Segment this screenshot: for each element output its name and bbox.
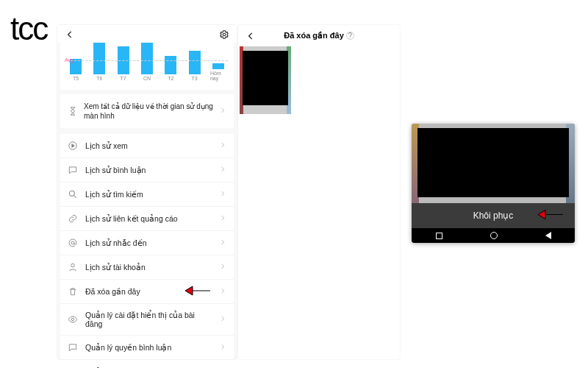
- menu-item-label: Lịch sử xem: [85, 141, 212, 150]
- menu-item-label: Lịch sử tài khoản: [85, 263, 212, 272]
- menu-item-trash[interactable]: Đã xóa gần đây: [60, 280, 234, 304]
- menu-item-label: Lịch sử bình luận: [85, 166, 212, 174]
- chevron-right-icon: [219, 287, 226, 296]
- chevron-right-icon: [219, 238, 226, 247]
- avg-line: [71, 60, 228, 61]
- chart-bar: T6: [91, 43, 107, 81]
- page-title: Đã xóa gần đây: [284, 31, 344, 40]
- menu-item-link-video[interactable]: Quản lý video liên kết: [60, 360, 234, 368]
- back-icon[interactable]: [65, 29, 75, 41]
- chevron-right-icon: [219, 190, 226, 199]
- arrow-annotation: [538, 208, 564, 224]
- trash-icon: [68, 286, 78, 297]
- screentime-chart-card[interactable]: Avg T5T6T7CNT2T3Hôm nay: [60, 43, 234, 90]
- menu-item-comment[interactable]: Quản lý quyền bình luận: [60, 336, 234, 360]
- menu-item-search[interactable]: Lịch sử tìm kiếm: [60, 183, 234, 207]
- menu-item-play-circle[interactable]: Lịch sử xem: [60, 134, 234, 158]
- chevron-right-icon: [219, 315, 226, 324]
- menu-item-label: Đã xóa gần đây: [85, 287, 212, 296]
- menu-item-label: Lịch sử liên kết quảng cáo: [85, 214, 212, 223]
- menu-item-eye[interactable]: Quản lý cài đặt hiển thị của bài đăng: [60, 304, 234, 336]
- chart-bar: Hôm nay: [210, 63, 226, 81]
- back-icon[interactable]: [245, 31, 256, 44]
- screen-time-row[interactable]: Xem tất cả dữ liệu về thời gian sử dụng …: [60, 94, 234, 128]
- menu-item-label: Quản lý quyền bình luận: [85, 343, 212, 352]
- chevron-right-icon: [219, 166, 226, 174]
- eye-icon: [68, 314, 78, 325]
- svg-marker-2: [72, 144, 75, 148]
- restore-preview-panel: Khôi phục: [412, 124, 575, 243]
- menu-item-label: Quản lý cài đặt hiển thị của bài đăng: [85, 311, 212, 328]
- svg-point-6: [71, 263, 75, 267]
- search-icon: [68, 189, 78, 199]
- play-circle-icon: [68, 141, 78, 151]
- menu-item-label: Lịch sử nhắc đến: [85, 238, 212, 247]
- chevron-right-icon: [219, 343, 226, 352]
- logo: tcc: [10, 10, 47, 47]
- menu-item-label: Lịch sử tìm kiếm: [85, 190, 212, 199]
- screen-time-label: Xem tất cả dữ liệu về thời gian sử dụng …: [84, 102, 213, 121]
- link-icon: [68, 213, 78, 224]
- home-icon[interactable]: [490, 232, 498, 239]
- chevron-right-icon: [219, 107, 226, 116]
- comment-icon: [68, 342, 78, 353]
- help-icon[interactable]: ?: [346, 32, 354, 40]
- history-menu-list: Lịch sử xemLịch sử bình luậnLịch sử tìm …: [60, 134, 234, 368]
- chart-bar: CN: [139, 43, 155, 81]
- recently-deleted-panel: Đã xóa gần đây ?: [238, 25, 400, 359]
- svg-point-3: [69, 191, 74, 196]
- hourglass-icon: [68, 106, 78, 116]
- chart-bars: T5T6T7CNT2T3Hôm nay: [66, 44, 228, 81]
- settings-panel: Avg T5T6T7CNT2T3Hôm nay Xem tất cả dữ li…: [57, 25, 237, 359]
- back-nav-icon[interactable]: [545, 232, 551, 239]
- menu-item-comment[interactable]: Lịch sử bình luận: [60, 158, 234, 183]
- svg-point-5: [71, 241, 74, 244]
- restore-button[interactable]: Khôi phục: [412, 203, 575, 228]
- chevron-right-icon: [219, 141, 226, 150]
- chart-bar: T3: [187, 51, 203, 81]
- comment-icon: [68, 165, 78, 175]
- restore-label: Khôi phục: [473, 210, 514, 221]
- android-nav-bar: [412, 228, 575, 243]
- svg-point-0: [223, 33, 226, 36]
- svg-point-7: [71, 318, 74, 321]
- deleted-video-thumbnail[interactable]: [240, 46, 291, 114]
- chart-bar: T7: [115, 46, 132, 81]
- video-preview[interactable]: [412, 124, 575, 203]
- menu-item-link[interactable]: Lịch sử liên kết quảng cáo: [60, 207, 234, 231]
- recent-apps-icon[interactable]: [436, 233, 442, 239]
- menu-item-at[interactable]: Lịch sử nhắc đến: [60, 231, 234, 255]
- at-icon: [68, 238, 78, 248]
- person-icon: [68, 262, 78, 272]
- gear-icon[interactable]: [219, 29, 229, 41]
- svg-line-4: [74, 196, 76, 198]
- menu-item-person[interactable]: Lịch sử tài khoản: [60, 255, 234, 280]
- chevron-right-icon: [219, 214, 226, 223]
- chevron-right-icon: [219, 263, 226, 272]
